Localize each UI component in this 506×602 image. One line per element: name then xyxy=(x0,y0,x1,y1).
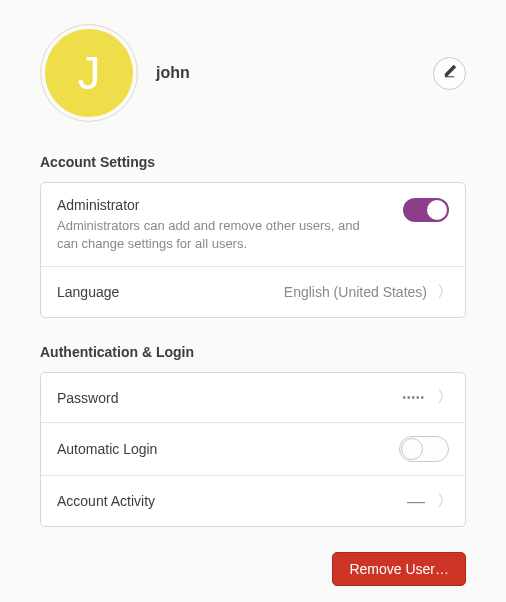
language-value: English (United States) xyxy=(284,284,427,300)
password-label: Password xyxy=(57,390,402,406)
administrator-row: Administrator Administrators can add and… xyxy=(41,183,465,267)
chevron-right-icon: 〉 xyxy=(437,282,449,303)
administrator-description: Administrators can add and remove other … xyxy=(57,217,377,252)
section-title-account: Account Settings xyxy=(40,154,466,170)
edit-profile-button[interactable] xyxy=(433,57,466,90)
administrator-label: Administrator xyxy=(57,197,403,213)
automatic-login-label: Automatic Login xyxy=(57,441,399,457)
auth-panel: Password ••••• 〉 Automatic Login Account… xyxy=(40,372,466,527)
password-row[interactable]: Password ••••• 〉 xyxy=(41,373,465,423)
avatar-letter: J xyxy=(78,50,101,96)
language-row[interactable]: Language English (United States) 〉 xyxy=(41,267,465,317)
automatic-login-row: Automatic Login xyxy=(41,423,465,476)
account-activity-value: — xyxy=(407,492,425,510)
account-activity-label: Account Activity xyxy=(57,493,407,509)
footer-actions: Remove User… xyxy=(332,552,466,586)
profile-header: J john xyxy=(40,24,466,122)
remove-user-button[interactable]: Remove User… xyxy=(332,552,466,586)
pencil-icon xyxy=(442,64,457,82)
username-label: john xyxy=(156,64,433,82)
password-value: ••••• xyxy=(402,392,425,403)
chevron-right-icon: 〉 xyxy=(437,387,449,408)
section-title-auth: Authentication & Login xyxy=(40,344,466,360)
account-settings-panel: Administrator Administrators can add and… xyxy=(40,182,466,318)
administrator-toggle[interactable] xyxy=(403,198,449,222)
avatar[interactable]: J xyxy=(40,24,138,122)
language-label: Language xyxy=(57,284,284,300)
account-activity-row[interactable]: Account Activity — 〉 xyxy=(41,476,465,526)
chevron-right-icon: 〉 xyxy=(437,491,449,512)
automatic-login-toggle[interactable] xyxy=(399,436,449,462)
